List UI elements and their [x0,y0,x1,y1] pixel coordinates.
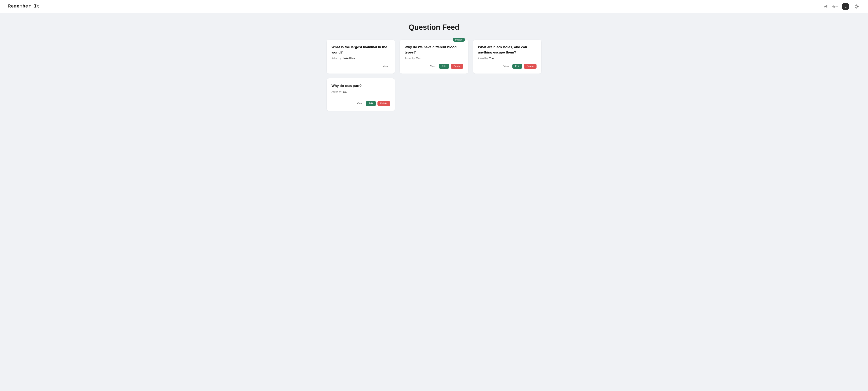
delete-button-4[interactable]: Delete [377,101,390,106]
card-body-4: Why do cats purr? Asked by You [332,83,390,97]
page-title: Question Feed [327,23,541,32]
asked-by-prefix-3: Asked by [478,57,488,60]
asked-by-user-3: You [489,57,494,60]
question-card-4: Why do cats purr? Asked by You View Edit… [327,78,395,111]
question-card-1: What is the largest mammal in the world?… [327,40,395,73]
edit-button-2[interactable]: Edit [439,64,449,69]
app-brand: Remember It [8,4,40,9]
svg-line-4 [858,7,858,8]
card-question-3: What are black holes, and can anything e… [478,44,536,55]
delete-button-2[interactable]: Delete [451,64,463,69]
card-meta-4: Asked by You [332,91,390,93]
nav-new[interactable]: New [832,5,838,8]
asked-by-user-1: Luke Work [343,57,355,60]
view-button-1[interactable]: View [381,64,390,69]
private-badge-2: Private [453,38,465,42]
sun-icon [855,4,859,8]
card-body-1: What is the largest mammal in the world?… [332,44,390,60]
asked-by-prefix-2: Asked by [405,57,414,60]
svg-point-0 [856,5,858,7]
edit-button-4[interactable]: Edit [366,101,376,106]
card-actions-1: View [332,64,390,69]
card-question-2: Why do we have different blood types? [405,44,463,55]
card-body-2: Why do we have different blood types? As… [405,44,463,60]
cards-grid-row2: Why do cats purr? Asked by You View Edit… [327,78,541,111]
main-content: Question Feed What is the largest mammal… [322,13,546,119]
nav-all[interactable]: All [824,5,828,8]
card-meta-3: Asked by You [478,57,536,60]
view-button-4[interactable]: View [355,101,364,106]
asked-by-user-2: You [416,57,421,60]
theme-toggle-button[interactable] [854,3,860,10]
question-card-2: Private Why do we have different blood t… [400,40,468,73]
card-question-4: Why do cats purr? [332,83,390,89]
view-button-3[interactable]: View [501,64,511,69]
navbar: Remember It All New L [0,0,868,13]
view-button-2[interactable]: View [428,64,437,69]
navbar-right: All New L [824,3,860,10]
card-body-3: What are black holes, and can anything e… [478,44,536,60]
card-actions-2: View Edit Delete [405,64,463,69]
asked-by-prefix-1: Asked by [332,57,341,60]
asked-by-user-4: You [343,91,347,93]
edit-button-3[interactable]: Edit [513,64,522,69]
svg-line-8 [858,5,858,5]
card-meta-1: Asked by Luke Work [332,57,390,60]
delete-button-3[interactable]: Delete [524,64,536,69]
asked-by-prefix-4: Asked by [332,91,341,93]
question-card-3: What are black holes, and can anything e… [473,40,541,73]
card-question-1: What is the largest mammal in the world? [332,44,390,55]
card-actions-4: View Edit Delete [332,101,390,106]
card-meta-2: Asked by You [405,57,463,60]
avatar[interactable]: L [842,3,849,10]
cards-grid-row1: What is the largest mammal in the world?… [327,40,541,73]
card-actions-3: View Edit Delete [478,64,536,69]
